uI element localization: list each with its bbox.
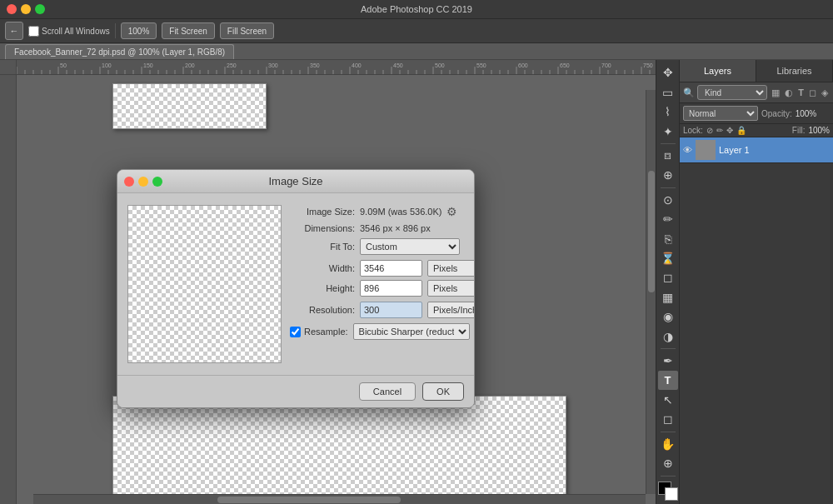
width-unit-select[interactable]: Pixels — [427, 260, 475, 277]
pen-tool[interactable]: ✒ — [658, 352, 678, 370]
tool-sep-2 — [661, 187, 676, 188]
h-scrollbar-thumb[interactable] — [217, 497, 402, 503]
layer-item[interactable]: 👁 Layer 1 — [680, 137, 833, 163]
tool-sep-1 — [661, 143, 676, 144]
dialog-minimize-btn[interactable] — [138, 177, 148, 187]
resample-method-select[interactable]: Bicubic Sharper (reduction) — [353, 323, 470, 340]
width-input[interactable] — [360, 260, 422, 277]
wh-inputs: Width: Pixels Height: — [290, 260, 475, 297]
dialog-title: Image Size — [268, 175, 322, 187]
lasso-tool[interactable]: ⌇ — [658, 102, 678, 121]
height-unit-select[interactable]: Pixels — [427, 280, 475, 297]
gradient-tool[interactable]: ▦ — [658, 288, 678, 307]
resample-checkbox-group: Resample: — [290, 327, 348, 337]
lock-transparent-icon[interactable]: ⊘ — [706, 126, 713, 135]
magic-wand-tool[interactable]: ✦ — [658, 122, 678, 140]
eyedropper-tool[interactable]: ⊕ — [658, 166, 678, 184]
large-canvas-preview — [112, 396, 566, 504]
text-tool[interactable]: T — [658, 371, 678, 389]
minimize-button[interactable] — [21, 4, 31, 14]
maximize-button[interactable] — [35, 4, 45, 14]
tab-bar: Facebook_Banner_72 dpi.psd @ 100% (Layer… — [0, 43, 833, 60]
shapes-tool[interactable]: ◻ — [658, 410, 678, 428]
opacity-value: 100% — [796, 109, 817, 118]
dimensions-label: Dimensions: — [290, 223, 355, 233]
svg-text:400: 400 — [352, 62, 362, 68]
crop-tool[interactable]: ⧈ — [658, 147, 678, 165]
layers-panel: 🔍 Kind ▦ ◐ T ◻ ◈ Normal Opacity: 100% — [680, 82, 833, 504]
image-size-dialog: Image Size Image Size: 9.09 — [117, 169, 475, 408]
resample-checkbox[interactable] — [290, 327, 301, 337]
sidebar-tabs: Layers Libraries — [680, 60, 833, 82]
titlebar: Adobe Photoshop CC 2019 — [0, 0, 833, 18]
lock-all-icon[interactable]: 🔒 — [736, 126, 746, 135]
path-select-tool[interactable]: ↖ — [658, 391, 678, 409]
close-button[interactable] — [7, 4, 17, 14]
app-title: Adobe Photoshop CC 2019 — [361, 4, 472, 14]
width-label: Width: — [290, 263, 355, 273]
select-rect-tool[interactable]: ▭ — [658, 82, 678, 101]
blend-mode-select[interactable]: Normal — [683, 106, 758, 121]
hand-tool[interactable]: ✋ — [658, 435, 678, 453]
fit-to-select[interactable]: Custom — [360, 238, 460, 255]
fit-screen-button[interactable]: Fit Screen — [162, 22, 215, 39]
horizontal-scrollbar[interactable] — [33, 494, 646, 504]
back-button[interactable]: ← — [5, 22, 23, 40]
fill-value: 100% — [808, 126, 830, 135]
document-tab[interactable]: Facebook_Banner_72 dpi.psd @ 100% (Layer… — [5, 44, 234, 59]
resolution-unit-select[interactable]: Pixels/Inch — [427, 302, 475, 318]
height-input[interactable] — [360, 280, 422, 297]
small-canvas-preview — [112, 83, 267, 129]
v-scrollbar-thumb[interactable] — [648, 171, 655, 292]
fg-bg-colors[interactable] — [658, 482, 678, 500]
vertical-scrollbar[interactable] — [646, 90, 656, 494]
filter-text-icon[interactable]: T — [796, 87, 806, 98]
filter-smart-icon[interactable]: ◈ — [820, 87, 830, 98]
clone-tool[interactable]: ⎘ — [658, 229, 678, 247]
eraser-tool[interactable]: ◻ — [658, 268, 678, 287]
heal-tool[interactable]: ⊙ — [658, 191, 678, 209]
tab-libraries[interactable]: Libraries — [756, 60, 833, 82]
brush-tool[interactable]: ✏ — [658, 210, 678, 228]
filter-adjust-icon[interactable]: ◐ — [783, 87, 795, 98]
svg-text:150: 150 — [143, 62, 153, 68]
tool-panel: ✥ ▭ ⌇ ✦ ⧈ ⊕ ⊙ ✏ ⎘ ⌛ ◻ ▦ ◉ ◑ ✒ T ↖ ◻ ✋ ⊕ — [656, 60, 679, 504]
svg-text:600: 600 — [518, 62, 528, 68]
svg-text:350: 350 — [310, 62, 320, 68]
layers-filter-select[interactable]: Kind — [697, 85, 767, 100]
ok-button[interactable]: OK — [422, 382, 464, 401]
svg-text:250: 250 — [227, 62, 237, 68]
resolution-row: Resolution: Pixels/Inch — [290, 302, 475, 318]
blur-tool[interactable]: ◉ — [658, 307, 678, 326]
layer-visibility-icon[interactable]: 👁 — [683, 145, 692, 155]
dialog-zoom-btn[interactable] — [152, 177, 162, 187]
history-brush-tool[interactable]: ⌛ — [658, 249, 678, 267]
move-tool[interactable]: ✥ — [658, 63, 678, 82]
lock-position-icon[interactable]: ✥ — [726, 126, 733, 135]
svg-text:200: 200 — [185, 62, 195, 68]
fit-to-row: Fit To: Custom — [290, 238, 475, 255]
fill-screen-button[interactable]: Fill Screen — [220, 22, 274, 39]
dialog-close-btn[interactable] — [124, 177, 134, 187]
scroll-all-input[interactable] — [28, 26, 39, 37]
filter-pixel-icon[interactable]: ▦ — [770, 87, 781, 98]
layers-blend-row: Normal Opacity: 100% — [680, 103, 833, 124]
background-color[interactable] — [665, 487, 678, 501]
svg-text:500: 500 — [435, 62, 445, 68]
zoom-value-btn[interactable]: 100% — [121, 22, 157, 39]
image-size-row: Image Size: 9.09M (was 536.0K) ⚙ — [290, 205, 475, 218]
zoom-tool[interactable]: ⊕ — [658, 454, 678, 472]
gear-icon[interactable]: ⚙ — [446, 205, 457, 218]
tab-layers[interactable]: Layers — [680, 60, 756, 82]
scroll-all-checkbox[interactable]: Scroll All Windows — [28, 26, 110, 37]
image-size-label: Image Size: — [290, 207, 355, 217]
cancel-button[interactable]: Cancel — [359, 382, 416, 401]
dialog-preview — [127, 205, 282, 363]
dialog-body: Image Size: 9.09M (was 536.0K) ⚙ Dimensi… — [117, 193, 474, 375]
fill-label: Fill: — [792, 126, 806, 135]
lock-pixels-icon[interactable]: ✏ — [716, 126, 723, 135]
filter-shape-icon[interactable]: ◻ — [807, 87, 818, 98]
resolution-input[interactable] — [360, 302, 422, 318]
svg-text:700: 700 — [601, 62, 611, 68]
dodge-tool[interactable]: ◑ — [658, 327, 678, 346]
